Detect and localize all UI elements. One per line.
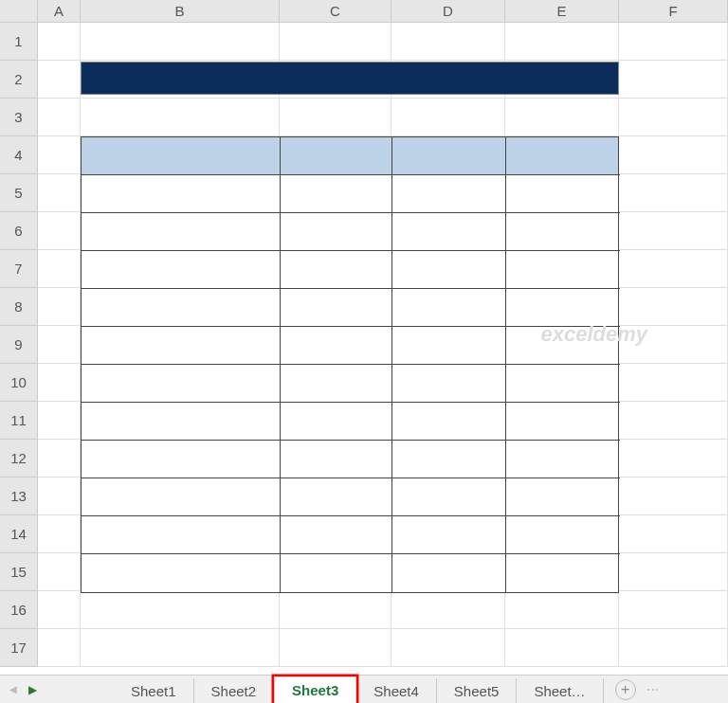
- table-cell[interactable]: [392, 327, 506, 365]
- cell-A5[interactable]: [38, 174, 81, 212]
- cell-A13[interactable]: [38, 478, 81, 515]
- cell-D17[interactable]: [391, 629, 505, 667]
- cell-A12[interactable]: [38, 440, 81, 478]
- table-cell[interactable]: [82, 251, 281, 289]
- cell-A16[interactable]: [38, 591, 81, 629]
- cell-A7[interactable]: [38, 250, 81, 288]
- row-header-11[interactable]: 11: [0, 402, 38, 440]
- column-header-C[interactable]: C: [280, 0, 391, 23]
- table-cell[interactable]: [82, 213, 281, 251]
- table-cell[interactable]: [392, 441, 506, 478]
- sheet-tab-sheet2[interactable]: Sheet2: [194, 678, 275, 703]
- cell-E1[interactable]: [505, 23, 619, 61]
- cell-D16[interactable]: [391, 591, 505, 629]
- table-cell[interactable]: [281, 403, 392, 441]
- row-header-2[interactable]: 2: [0, 61, 38, 99]
- column-header-E[interactable]: E: [505, 0, 619, 23]
- cell-A2[interactable]: [38, 61, 81, 99]
- table-cell[interactable]: [82, 403, 281, 441]
- cell-C16[interactable]: [280, 591, 391, 629]
- table-cell[interactable]: [82, 554, 281, 592]
- cell-B1[interactable]: [81, 23, 280, 61]
- cell-F16[interactable]: [619, 591, 728, 629]
- row-header-4[interactable]: 4: [0, 136, 38, 174]
- cell-F7[interactable]: [619, 250, 728, 288]
- cell-A15[interactable]: [38, 553, 81, 591]
- table-cell[interactable]: [506, 289, 620, 327]
- table-cell[interactable]: [82, 175, 281, 213]
- table-cell[interactable]: [281, 441, 392, 478]
- cell-F9[interactable]: [619, 326, 728, 364]
- row-header-7[interactable]: 7: [0, 250, 38, 288]
- table-header-cell[interactable]: [281, 137, 392, 175]
- table-cell[interactable]: [506, 365, 620, 403]
- table-header-cell[interactable]: [82, 137, 281, 175]
- cell-F4[interactable]: [619, 136, 728, 174]
- sheet-tab-sheet5[interactable]: Sheet5: [437, 678, 518, 703]
- table-cell[interactable]: [281, 365, 392, 403]
- cell-A11[interactable]: [38, 402, 81, 440]
- table-cell[interactable]: [392, 554, 506, 592]
- row-header-13[interactable]: 13: [0, 478, 38, 515]
- table-cell[interactable]: [506, 175, 620, 213]
- table-cell[interactable]: [506, 441, 620, 478]
- table-cell[interactable]: [82, 289, 281, 327]
- table-cell[interactable]: [392, 403, 506, 441]
- cell-A9[interactable]: [38, 326, 81, 364]
- table-cell[interactable]: [506, 327, 620, 365]
- table-cell[interactable]: [281, 554, 392, 592]
- cell-E17[interactable]: [505, 629, 619, 667]
- table-cell[interactable]: [281, 327, 392, 365]
- tab-nav-next-icon[interactable]: ▶: [28, 683, 37, 696]
- cell-A8[interactable]: [38, 288, 81, 326]
- row-header-6[interactable]: 6: [0, 212, 38, 250]
- cell-C17[interactable]: [280, 629, 391, 667]
- column-header-A[interactable]: A: [38, 0, 81, 23]
- cell-F5[interactable]: [619, 174, 728, 212]
- row-header-12[interactable]: 12: [0, 440, 38, 478]
- table-cell[interactable]: [392, 516, 506, 554]
- cell-B17[interactable]: [81, 629, 280, 667]
- cell-A14[interactable]: [38, 515, 81, 553]
- cell-F2[interactable]: [619, 61, 728, 99]
- row-header-14[interactable]: 14: [0, 515, 38, 553]
- table-cell[interactable]: [281, 516, 392, 554]
- table-cell[interactable]: [392, 365, 506, 403]
- table-cell[interactable]: [506, 516, 620, 554]
- cell-E16[interactable]: [505, 591, 619, 629]
- table-cell[interactable]: [82, 365, 281, 403]
- tab-menu-dots-icon[interactable]: ⋮: [646, 683, 661, 696]
- row-header-3[interactable]: 3: [0, 99, 38, 136]
- table-cell[interactable]: [392, 478, 506, 516]
- cell-F10[interactable]: [619, 364, 728, 402]
- cell-B3[interactable]: [81, 99, 280, 136]
- cell-A10[interactable]: [38, 364, 81, 402]
- cell-F6[interactable]: [619, 212, 728, 250]
- table-cell[interactable]: [82, 441, 281, 478]
- table-cell[interactable]: [506, 554, 620, 592]
- table-header-cell[interactable]: [392, 137, 506, 175]
- cell-F14[interactable]: [619, 515, 728, 553]
- cell-A17[interactable]: [38, 629, 81, 667]
- table-cell[interactable]: [392, 213, 506, 251]
- cell-F11[interactable]: [619, 402, 728, 440]
- cell-F17[interactable]: [619, 629, 728, 667]
- cell-B16[interactable]: [81, 591, 280, 629]
- cell-F3[interactable]: [619, 99, 728, 136]
- table-cell[interactable]: [82, 478, 281, 516]
- table-cell[interactable]: [392, 289, 506, 327]
- select-all-corner[interactable]: [0, 0, 38, 23]
- cell-A6[interactable]: [38, 212, 81, 250]
- table-cell[interactable]: [82, 516, 281, 554]
- table-cell[interactable]: [392, 175, 506, 213]
- table-cell[interactable]: [82, 327, 281, 365]
- cell-F8[interactable]: [619, 288, 728, 326]
- cell-F15[interactable]: [619, 553, 728, 591]
- row-header-1[interactable]: 1: [0, 23, 38, 61]
- table-cell[interactable]: [506, 213, 620, 251]
- row-header-8[interactable]: 8: [0, 288, 38, 326]
- table-cell[interactable]: [281, 289, 392, 327]
- row-header-5[interactable]: 5: [0, 174, 38, 212]
- cell-A1[interactable]: [38, 23, 81, 61]
- sheet-tab-sheet3[interactable]: Sheet3: [274, 676, 356, 703]
